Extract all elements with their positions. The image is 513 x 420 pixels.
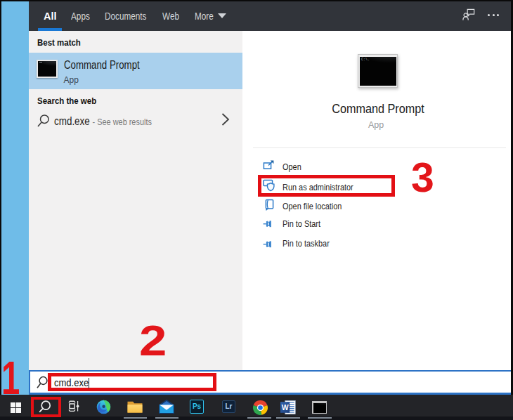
svg-text:W: W [282, 403, 289, 412]
